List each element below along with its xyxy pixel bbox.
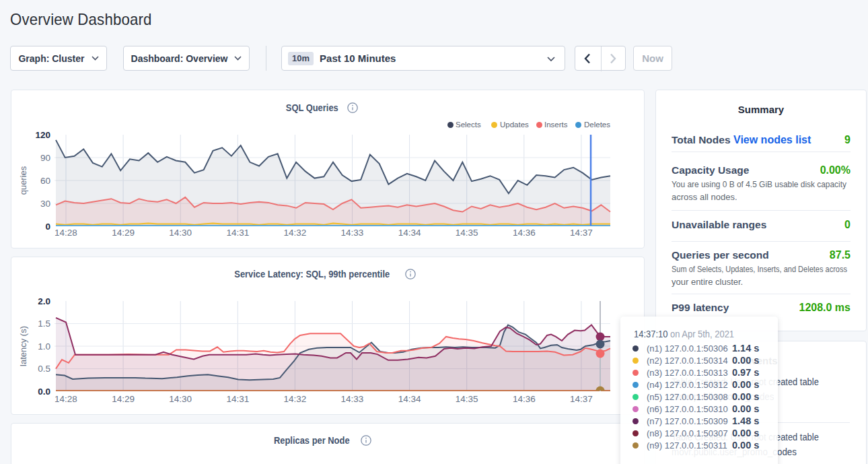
svg-text:14:35: 14:35 xyxy=(456,228,478,238)
svg-text:1.5: 1.5 xyxy=(38,319,50,329)
svg-text:14:30: 14:30 xyxy=(169,394,192,404)
svg-text:14:32: 14:32 xyxy=(284,228,307,238)
svg-text:90: 90 xyxy=(40,153,50,163)
svg-text:queries: queries xyxy=(18,166,28,195)
svg-text:latency (s): latency (s) xyxy=(18,326,28,366)
svg-text:14:33: 14:33 xyxy=(341,394,364,404)
svg-text:14:33: 14:33 xyxy=(341,228,364,238)
svg-text:14:31: 14:31 xyxy=(226,394,249,404)
svg-text:14:35: 14:35 xyxy=(456,394,478,404)
svg-text:14:29: 14:29 xyxy=(112,228,135,238)
svg-text:60: 60 xyxy=(40,176,50,186)
svg-text:14:37: 14:37 xyxy=(570,228,593,238)
svg-text:14:37: 14:37 xyxy=(570,394,593,404)
svg-text:1.0: 1.0 xyxy=(38,341,50,352)
svg-text:120: 120 xyxy=(35,130,50,140)
svg-text:14:31: 14:31 xyxy=(226,228,249,238)
svg-text:14:28: 14:28 xyxy=(55,394,77,404)
svg-text:0.0: 0.0 xyxy=(38,387,50,397)
svg-text:14:34: 14:34 xyxy=(398,394,421,404)
svg-text:14:36: 14:36 xyxy=(513,394,536,404)
svg-text:2.0: 2.0 xyxy=(38,296,50,306)
svg-text:14:30: 14:30 xyxy=(169,228,192,238)
svg-text:14:29: 14:29 xyxy=(112,394,135,404)
svg-text:14:32: 14:32 xyxy=(284,394,307,404)
svg-text:0: 0 xyxy=(45,222,50,232)
svg-text:30: 30 xyxy=(40,199,50,209)
svg-text:14:36: 14:36 xyxy=(513,228,536,238)
svg-text:14:34: 14:34 xyxy=(398,228,421,238)
svg-text:0.5: 0.5 xyxy=(38,364,50,374)
svg-text:14:28: 14:28 xyxy=(55,228,77,238)
